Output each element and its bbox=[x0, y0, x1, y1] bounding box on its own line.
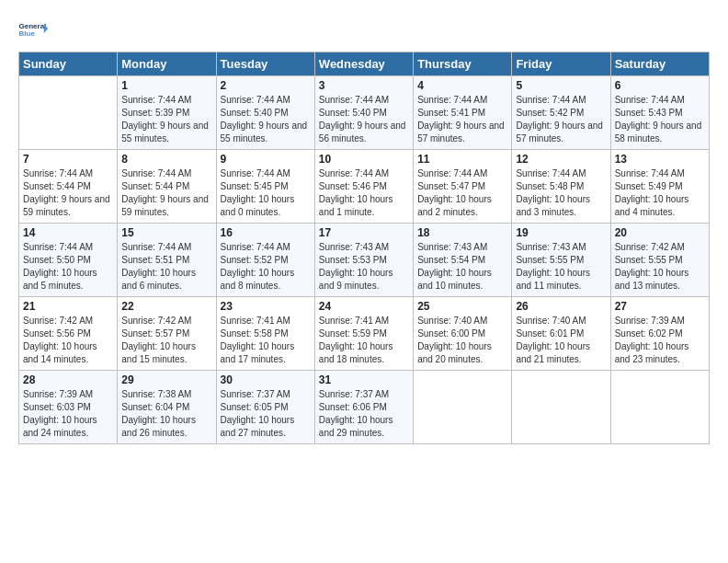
day-info: Sunrise: 7:43 AMSunset: 5:53 PMDaylight:… bbox=[319, 241, 409, 293]
svg-text:Blue: Blue bbox=[19, 29, 36, 38]
day-info: Sunrise: 7:39 AMSunset: 6:03 PMDaylight:… bbox=[23, 388, 113, 440]
calendar-table: SundayMondayTuesdayWednesdayThursdayFrid… bbox=[18, 52, 710, 444]
day-info: Sunrise: 7:44 AMSunset: 5:48 PMDaylight:… bbox=[516, 167, 606, 219]
day-number: 18 bbox=[417, 226, 507, 239]
calendar-cell: 29Sunrise: 7:38 AMSunset: 6:04 PMDayligh… bbox=[118, 371, 216, 444]
day-number: 27 bbox=[615, 300, 705, 313]
calendar-cell: 24Sunrise: 7:41 AMSunset: 5:59 PMDayligh… bbox=[314, 297, 413, 371]
weekday-header-wednesday: Wednesday bbox=[314, 52, 413, 76]
calendar-cell: 23Sunrise: 7:41 AMSunset: 5:58 PMDayligh… bbox=[216, 297, 314, 371]
calendar-cell bbox=[512, 371, 610, 444]
day-info: Sunrise: 7:40 AMSunset: 6:00 PMDaylight:… bbox=[417, 315, 507, 366]
day-info: Sunrise: 7:37 AMSunset: 6:05 PMDaylight:… bbox=[221, 388, 311, 440]
calendar-cell: 2Sunrise: 7:44 AMSunset: 5:40 PMDaylight… bbox=[216, 76, 314, 150]
calendar-cell: 9Sunrise: 7:44 AMSunset: 5:45 PMDaylight… bbox=[216, 150, 314, 224]
calendar-cell: 5Sunrise: 7:44 AMSunset: 5:42 PMDaylight… bbox=[512, 76, 610, 150]
calendar-cell: 3Sunrise: 7:44 AMSunset: 5:40 PMDaylight… bbox=[314, 76, 413, 150]
day-info: Sunrise: 7:44 AMSunset: 5:42 PMDaylight:… bbox=[516, 94, 606, 145]
calendar-cell: 25Sunrise: 7:40 AMSunset: 6:00 PMDayligh… bbox=[414, 297, 512, 371]
day-number: 7 bbox=[23, 153, 113, 166]
logo: General Blue bbox=[18, 15, 51, 44]
day-number: 28 bbox=[23, 373, 113, 386]
day-info: Sunrise: 7:44 AMSunset: 5:43 PMDaylight:… bbox=[615, 94, 705, 145]
day-number: 15 bbox=[121, 226, 211, 239]
day-info: Sunrise: 7:44 AMSunset: 5:46 PMDaylight:… bbox=[319, 167, 409, 219]
day-info: Sunrise: 7:44 AMSunset: 5:45 PMDaylight:… bbox=[221, 167, 311, 219]
day-number: 5 bbox=[516, 79, 606, 92]
day-number: 19 bbox=[516, 226, 606, 239]
day-number: 24 bbox=[319, 300, 409, 313]
day-number: 30 bbox=[221, 373, 311, 386]
day-number: 9 bbox=[221, 153, 311, 166]
day-info: Sunrise: 7:42 AMSunset: 5:56 PMDaylight:… bbox=[23, 315, 113, 366]
day-number: 10 bbox=[319, 153, 409, 166]
day-info: Sunrise: 7:44 AMSunset: 5:50 PMDaylight:… bbox=[23, 241, 113, 293]
calendar-cell: 30Sunrise: 7:37 AMSunset: 6:05 PMDayligh… bbox=[216, 371, 314, 444]
day-info: Sunrise: 7:42 AMSunset: 5:55 PMDaylight:… bbox=[615, 241, 705, 293]
svg-text:General: General bbox=[19, 22, 47, 30]
page-header: General Blue bbox=[18, 15, 710, 44]
logo-icon: General Blue bbox=[18, 15, 48, 44]
day-info: Sunrise: 7:44 AMSunset: 5:41 PMDaylight:… bbox=[417, 94, 507, 145]
calendar-cell: 13Sunrise: 7:44 AMSunset: 5:49 PMDayligh… bbox=[610, 150, 709, 224]
weekday-header-tuesday: Tuesday bbox=[216, 52, 314, 76]
day-number: 22 bbox=[121, 300, 211, 313]
day-info: Sunrise: 7:44 AMSunset: 5:40 PMDaylight:… bbox=[221, 94, 311, 145]
day-info: Sunrise: 7:44 AMSunset: 5:39 PMDaylight:… bbox=[121, 94, 211, 145]
calendar-cell: 6Sunrise: 7:44 AMSunset: 5:43 PMDaylight… bbox=[610, 76, 709, 150]
week-row-1: 1Sunrise: 7:44 AMSunset: 5:39 PMDaylight… bbox=[19, 76, 710, 150]
calendar-cell: 27Sunrise: 7:39 AMSunset: 6:02 PMDayligh… bbox=[610, 297, 709, 371]
day-info: Sunrise: 7:42 AMSunset: 5:57 PMDaylight:… bbox=[121, 315, 211, 366]
day-number: 20 bbox=[615, 226, 705, 239]
day-number: 26 bbox=[516, 300, 606, 313]
calendar-cell: 21Sunrise: 7:42 AMSunset: 5:56 PMDayligh… bbox=[19, 297, 118, 371]
calendar-cell: 17Sunrise: 7:43 AMSunset: 5:53 PMDayligh… bbox=[314, 224, 413, 297]
day-info: Sunrise: 7:44 AMSunset: 5:51 PMDaylight:… bbox=[121, 241, 211, 293]
calendar-cell: 31Sunrise: 7:37 AMSunset: 6:06 PMDayligh… bbox=[314, 371, 413, 444]
calendar-cell: 8Sunrise: 7:44 AMSunset: 5:44 PMDaylight… bbox=[118, 150, 216, 224]
calendar-cell bbox=[414, 371, 512, 444]
day-number: 3 bbox=[319, 79, 409, 92]
calendar-cell: 22Sunrise: 7:42 AMSunset: 5:57 PMDayligh… bbox=[118, 297, 216, 371]
day-info: Sunrise: 7:41 AMSunset: 5:58 PMDaylight:… bbox=[221, 315, 311, 366]
day-info: Sunrise: 7:44 AMSunset: 5:40 PMDaylight:… bbox=[319, 94, 409, 145]
calendar-cell: 15Sunrise: 7:44 AMSunset: 5:51 PMDayligh… bbox=[118, 224, 216, 297]
calendar-cell: 18Sunrise: 7:43 AMSunset: 5:54 PMDayligh… bbox=[414, 224, 512, 297]
calendar-cell: 10Sunrise: 7:44 AMSunset: 5:46 PMDayligh… bbox=[314, 150, 413, 224]
day-number: 11 bbox=[417, 153, 507, 166]
day-number: 2 bbox=[221, 79, 311, 92]
day-info: Sunrise: 7:44 AMSunset: 5:49 PMDaylight:… bbox=[615, 167, 705, 219]
calendar-cell: 11Sunrise: 7:44 AMSunset: 5:47 PMDayligh… bbox=[414, 150, 512, 224]
week-row-4: 21Sunrise: 7:42 AMSunset: 5:56 PMDayligh… bbox=[19, 297, 710, 371]
day-number: 6 bbox=[615, 79, 705, 92]
day-number: 29 bbox=[121, 373, 211, 386]
day-info: Sunrise: 7:44 AMSunset: 5:44 PMDaylight:… bbox=[121, 167, 211, 219]
weekday-header-monday: Monday bbox=[118, 52, 216, 76]
day-info: Sunrise: 7:44 AMSunset: 5:44 PMDaylight:… bbox=[23, 167, 113, 219]
day-info: Sunrise: 7:39 AMSunset: 6:02 PMDaylight:… bbox=[615, 315, 705, 366]
weekday-header-friday: Friday bbox=[512, 52, 610, 76]
day-info: Sunrise: 7:44 AMSunset: 5:47 PMDaylight:… bbox=[417, 167, 507, 219]
calendar-cell bbox=[610, 371, 709, 444]
day-number: 17 bbox=[319, 226, 409, 239]
day-number: 25 bbox=[417, 300, 507, 313]
calendar-cell: 20Sunrise: 7:42 AMSunset: 5:55 PMDayligh… bbox=[610, 224, 709, 297]
day-info: Sunrise: 7:44 AMSunset: 5:52 PMDaylight:… bbox=[221, 241, 311, 293]
calendar-cell: 19Sunrise: 7:43 AMSunset: 5:55 PMDayligh… bbox=[512, 224, 610, 297]
day-info: Sunrise: 7:43 AMSunset: 5:54 PMDaylight:… bbox=[417, 241, 507, 293]
day-number: 14 bbox=[23, 226, 113, 239]
week-row-3: 14Sunrise: 7:44 AMSunset: 5:50 PMDayligh… bbox=[19, 224, 710, 297]
calendar-cell bbox=[19, 76, 118, 150]
weekday-header-row: SundayMondayTuesdayWednesdayThursdayFrid… bbox=[19, 52, 710, 76]
day-number: 23 bbox=[221, 300, 311, 313]
week-row-2: 7Sunrise: 7:44 AMSunset: 5:44 PMDaylight… bbox=[19, 150, 710, 224]
day-info: Sunrise: 7:40 AMSunset: 6:01 PMDaylight:… bbox=[516, 315, 606, 366]
calendar-cell: 7Sunrise: 7:44 AMSunset: 5:44 PMDaylight… bbox=[19, 150, 118, 224]
day-number: 16 bbox=[221, 226, 311, 239]
day-number: 4 bbox=[417, 79, 507, 92]
calendar-cell: 28Sunrise: 7:39 AMSunset: 6:03 PMDayligh… bbox=[19, 371, 118, 444]
weekday-header-sunday: Sunday bbox=[19, 52, 118, 76]
day-info: Sunrise: 7:38 AMSunset: 6:04 PMDaylight:… bbox=[121, 388, 211, 440]
day-number: 12 bbox=[516, 153, 606, 166]
calendar-cell: 4Sunrise: 7:44 AMSunset: 5:41 PMDaylight… bbox=[414, 76, 512, 150]
